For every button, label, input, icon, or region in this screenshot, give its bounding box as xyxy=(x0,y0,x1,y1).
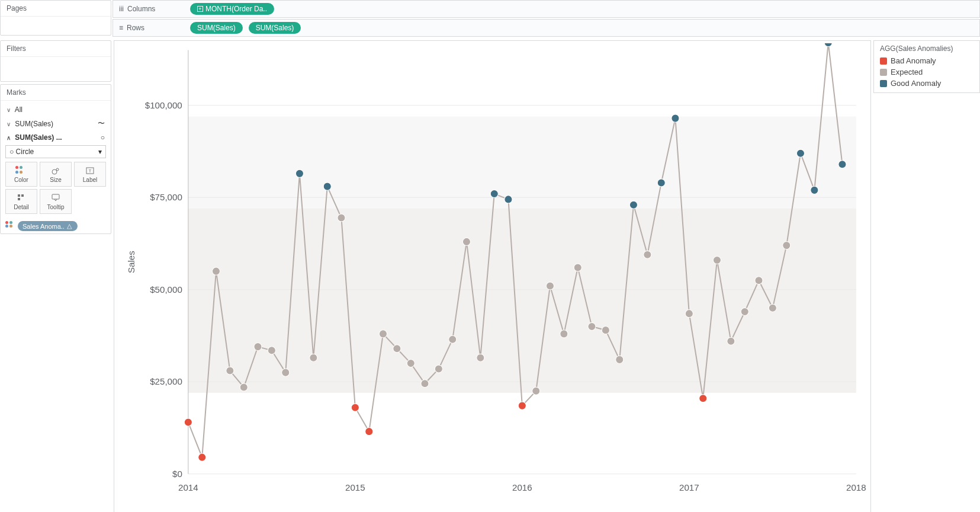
color-pill-sales-anomalies[interactable]: Sales Anoma.. △ xyxy=(18,221,78,231)
tooltip-icon xyxy=(51,193,60,203)
svg-rect-6 xyxy=(18,198,20,200)
rows-shelf[interactable]: ≡ Rows SUM(Sales) SUM(Sales) xyxy=(113,19,980,37)
svg-text:2016: 2016 xyxy=(512,482,532,492)
chart-view[interactable]: $0$25,000$50,000$75,000$100,000201420152… xyxy=(114,40,871,512)
svg-text:$25,000: $25,000 xyxy=(150,376,182,386)
mark-type-dropdown[interactable]: ○ Circle ▾ xyxy=(5,145,106,158)
svg-text:2015: 2015 xyxy=(345,482,365,492)
svg-point-41 xyxy=(365,428,373,436)
swatch-expected xyxy=(880,69,887,76)
svg-rect-7 xyxy=(52,194,59,199)
rows-icon: ≡ xyxy=(119,24,123,32)
svg-point-69 xyxy=(755,277,763,284)
mark-label-button[interactable]: T Label xyxy=(74,162,106,187)
svg-point-38 xyxy=(323,183,331,190)
filters-card[interactable]: Filters xyxy=(0,40,111,82)
svg-text:$50,000: $50,000 xyxy=(150,284,182,295)
chart-svg: $0$25,000$50,000$75,000$100,000201420152… xyxy=(117,43,868,512)
svg-point-75 xyxy=(838,161,846,168)
svg-point-65 xyxy=(699,395,707,402)
pill-sum-sales-1[interactable]: SUM(Sales) xyxy=(190,22,243,34)
chevron-down-icon: ∨ xyxy=(7,107,11,113)
swatch-bad xyxy=(880,57,887,65)
delta-icon: △ xyxy=(67,222,72,230)
svg-text:2018: 2018 xyxy=(846,482,866,492)
mark-detail-button[interactable]: Detail xyxy=(5,189,37,214)
svg-point-28 xyxy=(184,418,192,426)
chevron-down-icon: ∨ xyxy=(7,121,11,127)
columns-shelf[interactable]: iii Columns + MONTH(Order Da.. xyxy=(113,0,980,18)
svg-point-66 xyxy=(713,256,721,264)
swatch-good xyxy=(880,80,887,87)
svg-point-32 xyxy=(240,383,248,391)
marks-sum-sales-line-row[interactable]: ∨ SUM(Sales) 〜 xyxy=(5,116,106,131)
svg-point-55 xyxy=(560,330,568,338)
marks-card: Marks ∨ All ∨ SUM(Sales) 〜 ∧ SUM(Sales) … xyxy=(0,84,111,234)
svg-point-44 xyxy=(407,360,415,367)
svg-point-63 xyxy=(671,114,679,122)
mark-tooltip-button[interactable]: Tooltip xyxy=(40,189,72,214)
circle-mark-icon: ○ xyxy=(101,133,105,142)
svg-point-60 xyxy=(629,201,637,209)
svg-text:2014: 2014 xyxy=(178,482,198,492)
pages-card[interactable]: Pages xyxy=(0,0,111,36)
legend-item-expected[interactable]: Expected xyxy=(880,66,973,78)
svg-point-31 xyxy=(226,367,234,375)
svg-point-57 xyxy=(588,322,596,330)
legend-title: AGG(Sales Anomalies) xyxy=(880,44,973,53)
filters-heading: Filters xyxy=(1,41,111,57)
svg-rect-9 xyxy=(188,209,856,393)
pill-month-order-date[interactable]: + MONTH(Order Da.. xyxy=(190,3,274,15)
svg-text:$100,000: $100,000 xyxy=(145,100,182,110)
legend-item-bad[interactable]: Bad Anomaly xyxy=(880,55,973,66)
svg-point-45 xyxy=(421,380,429,388)
legend-item-good[interactable]: Good Anomaly xyxy=(880,78,973,89)
svg-point-47 xyxy=(449,335,457,343)
svg-point-54 xyxy=(546,282,554,290)
svg-point-58 xyxy=(602,327,609,334)
mark-color-button[interactable]: Color xyxy=(5,162,37,187)
legend-card[interactable]: AGG(Sales Anomalies) Bad Anomaly Expecte… xyxy=(873,40,980,93)
svg-point-62 xyxy=(657,179,665,187)
marks-all-row[interactable]: ∨ All xyxy=(5,103,106,116)
svg-point-35 xyxy=(282,369,290,376)
svg-point-52 xyxy=(518,402,526,409)
line-mark-icon: 〜 xyxy=(98,119,105,129)
svg-point-33 xyxy=(254,343,262,351)
svg-point-0 xyxy=(52,169,57,174)
svg-point-70 xyxy=(769,304,776,312)
svg-point-59 xyxy=(616,356,624,363)
circle-icon: ○ xyxy=(9,148,14,156)
svg-rect-4 xyxy=(18,194,20,197)
svg-point-39 xyxy=(338,214,345,222)
svg-text:$0: $0 xyxy=(172,469,182,479)
color-icon xyxy=(15,166,25,175)
svg-point-64 xyxy=(685,310,693,318)
svg-point-43 xyxy=(393,345,401,353)
marks-sum-sales-circle-row[interactable]: ∧ SUM(Sales) ... ○ xyxy=(5,131,106,144)
svg-point-42 xyxy=(379,330,387,338)
svg-point-37 xyxy=(310,354,317,361)
svg-point-51 xyxy=(505,196,512,203)
label-icon: T xyxy=(85,166,95,175)
mark-size-button[interactable]: Size xyxy=(40,162,72,187)
rows-label: ≡ Rows xyxy=(119,24,184,32)
svg-point-40 xyxy=(351,404,359,411)
chevron-up-icon: ∧ xyxy=(7,135,11,141)
svg-point-53 xyxy=(532,387,540,395)
svg-text:2017: 2017 xyxy=(679,482,699,492)
svg-point-1 xyxy=(56,168,59,171)
svg-point-46 xyxy=(435,365,442,373)
marks-heading: Marks xyxy=(1,85,111,101)
svg-point-48 xyxy=(462,238,470,245)
pages-heading: Pages xyxy=(1,1,111,17)
svg-rect-5 xyxy=(21,194,24,197)
svg-point-34 xyxy=(268,347,275,354)
svg-text:$75,000: $75,000 xyxy=(150,192,182,202)
pill-sum-sales-2[interactable]: SUM(Sales) xyxy=(249,22,301,34)
expand-icon: + xyxy=(197,6,203,12)
svg-point-36 xyxy=(295,169,303,177)
svg-point-68 xyxy=(741,308,748,316)
color-icon xyxy=(5,221,13,228)
svg-point-30 xyxy=(212,267,220,275)
